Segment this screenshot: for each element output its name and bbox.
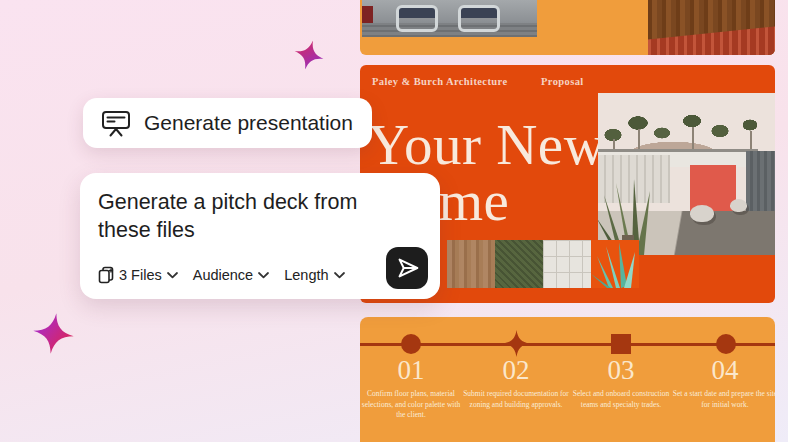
prompt-input-text[interactable]: Generate a pitch deck from these files <box>98 188 410 245</box>
swatch-wood <box>447 240 495 288</box>
photo-chair-detail <box>396 5 438 32</box>
slide-thumbnail-top <box>360 0 775 55</box>
swatch-green-fabric <box>495 240 543 288</box>
photo-chair-detail <box>458 5 500 32</box>
swatch-agave-plant <box>591 240 639 288</box>
chevron-down-icon <box>167 272 178 279</box>
doc-type-label: Proposal <box>541 76 584 87</box>
photo-rock <box>690 205 714 222</box>
step-description: Set a start date and prepare the site fo… <box>672 389 775 410</box>
send-icon <box>394 255 420 281</box>
step-number: 03 <box>568 355 674 385</box>
step-marker-four-point-star <box>503 330 530 357</box>
step-marker-square <box>611 334 631 354</box>
step-number: 02 <box>463 355 569 385</box>
timeline-line <box>360 343 775 346</box>
audience-dropdown[interactable]: Audience <box>193 267 269 283</box>
sparkle-icon <box>291 37 328 74</box>
send-button[interactable] <box>386 247 428 289</box>
photo-tiles-detail <box>648 0 775 55</box>
generate-presentation-button[interactable]: Generate presentation <box>83 98 372 148</box>
audience-label: Audience <box>193 267 253 283</box>
length-label: Length <box>284 267 328 283</box>
step-marker-circle <box>716 334 736 354</box>
generate-presentation-label: Generate presentation <box>144 111 353 135</box>
photo-rock <box>730 199 747 212</box>
attach-files-icon <box>98 266 114 284</box>
swatch-white-tile <box>543 240 591 288</box>
chevron-down-icon <box>258 272 269 279</box>
sparkle-icon <box>30 310 76 356</box>
length-dropdown[interactable]: Length <box>284 267 344 283</box>
photo-house-exterior <box>598 93 775 255</box>
step-description: Confirm floor plans, material selections… <box>360 389 464 421</box>
presentation-icon <box>101 109 131 138</box>
prompt-controls: 3 Files Audience Length <box>98 266 345 284</box>
timeline-step: 01 Confirm floor plans, material selecti… <box>360 355 464 421</box>
timeline-step: 04 Set a start date and prepare the site… <box>672 355 775 410</box>
photo-chairs <box>362 0 537 37</box>
step-description: Submit required documentation for zoning… <box>463 389 569 410</box>
step-number: 04 <box>672 355 775 385</box>
chevron-down-icon <box>334 272 345 279</box>
photo-floor-detail <box>362 23 537 37</box>
slide-timeline: 01 Confirm floor plans, material selecti… <box>360 317 775 442</box>
company-name: Paley & Burch Architecture <box>372 76 508 87</box>
material-swatches <box>447 240 639 288</box>
slide-header: Paley & Burch Architecture Proposal <box>360 65 775 95</box>
files-label: 3 Files <box>119 267 162 283</box>
timeline-step: 02 Submit required documentation for zon… <box>463 355 569 410</box>
photo-wood-and-roof-tiles <box>648 0 775 55</box>
timeline-step: 03 Select and onboard construction teams… <box>568 355 674 410</box>
prompt-card[interactable]: Generate a pitch deck from these files 3… <box>80 173 440 299</box>
canvas: Paley & Burch Architecture Proposal Your… <box>0 0 788 442</box>
step-number: 01 <box>360 355 464 385</box>
files-dropdown[interactable]: 3 Files <box>98 266 178 284</box>
step-description: Select and onboard construction teams an… <box>568 389 674 410</box>
step-marker-circle <box>401 334 421 354</box>
slide-title-line1: Your New <box>368 117 605 173</box>
